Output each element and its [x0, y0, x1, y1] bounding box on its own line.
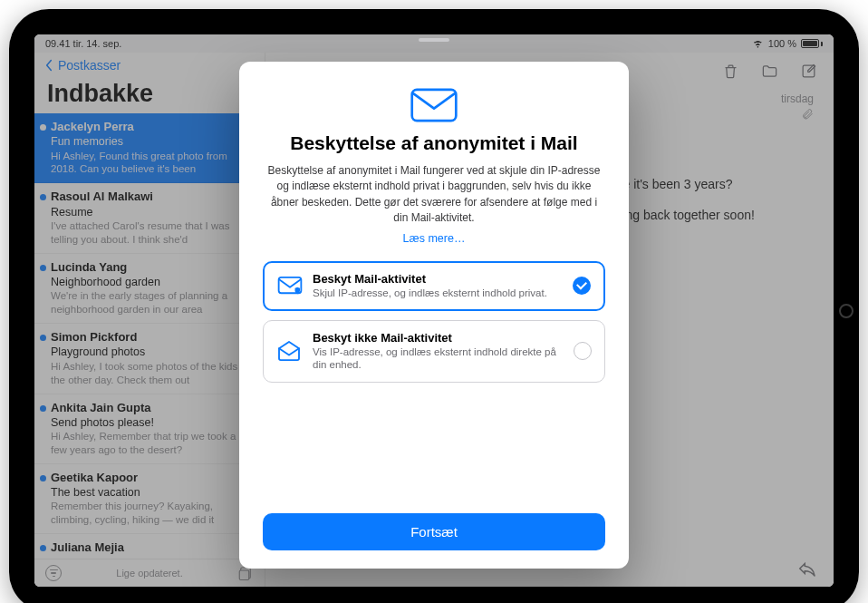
check-icon — [573, 277, 591, 295]
modal-description: Beskyttelse af anonymitet i Mail fungere… — [263, 163, 605, 227]
svg-rect-3 — [412, 90, 457, 121]
option-title: Beskyt ikke Mail-aktivitet — [313, 331, 563, 345]
screen: 09.41 tir. 14. sep. 100 % Postkasser Ind… — [34, 34, 834, 587]
option-title: Beskyt Mail-aktivitet — [313, 272, 563, 286]
learn-more-link[interactable]: Læs mere… — [263, 232, 605, 245]
ipad-device-frame: 09.41 tir. 14. sep. 100 % Postkasser Ind… — [9, 9, 859, 603]
grabber-handle[interactable] — [419, 38, 449, 42]
home-button[interactable] — [839, 304, 854, 318]
privacy-modal: Beskyttelse af anonymitet i Mail Beskytt… — [239, 62, 629, 569]
mail-shield-icon — [277, 276, 303, 296]
radio-unchecked-icon — [574, 342, 592, 360]
option-dont-protect-activity[interactable]: Beskyt ikke Mail-aktivitet Vis IP-adress… — [263, 320, 605, 384]
mail-hero-icon — [263, 87, 605, 123]
option-desc: Skjul IP-adresse, og indlæs eksternt ind… — [313, 287, 563, 300]
continue-button[interactable]: Fortsæt — [263, 513, 605, 550]
option-protect-activity[interactable]: Beskyt Mail-aktivitet Skjul IP-adresse, … — [263, 261, 605, 311]
option-desc: Vis IP-adresse, og indlæs eksternt indho… — [313, 345, 563, 373]
mail-open-icon — [276, 341, 302, 361]
modal-title: Beskyttelse af anonymitet i Mail — [263, 132, 605, 154]
